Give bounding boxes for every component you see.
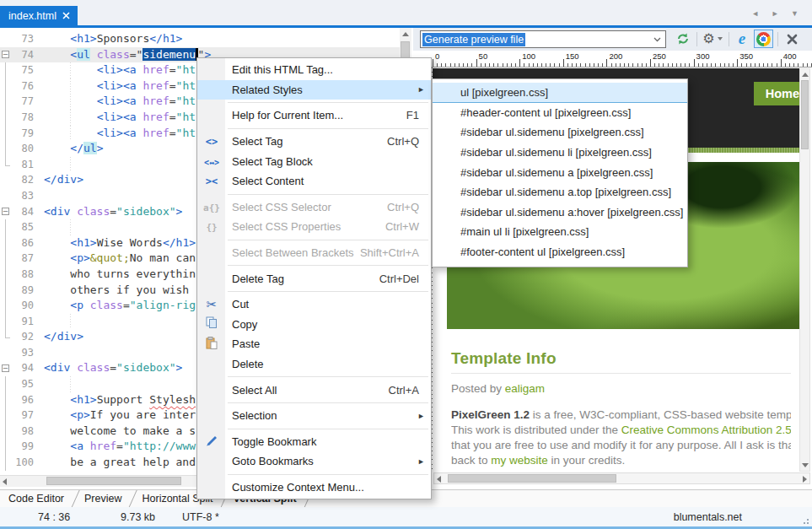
submenu-arrow-icon: ► xyxy=(417,412,425,420)
scroll-left-arrow-icon[interactable] xyxy=(3,478,7,485)
css-selector-icon: a{} xyxy=(202,201,222,213)
bookmark-icon xyxy=(202,435,222,449)
menu-item-related-styles[interactable]: Related Styles► xyxy=(197,80,431,100)
menu-item-shortcut: Shift+Ctrl+A xyxy=(360,246,419,259)
site-home-link[interactable]: Home xyxy=(754,82,799,105)
app-window: index.html ◄ ► ▼ 73 <h1>Sponsors</h1>–74… xyxy=(0,0,812,529)
menu-item-select-tag[interactable]: <>Select TagCtrl+Q xyxy=(197,132,431,152)
preview-mode-combobox[interactable]: Generate preview file xyxy=(420,30,666,48)
related-style-option-header-content-ul-pixelgreen-css[interactable]: #header-content ul [pixelgreen.css] xyxy=(433,103,687,123)
menu-item-copy[interactable]: Copy xyxy=(197,315,431,335)
fold-toggle-icon[interactable]: – xyxy=(0,47,12,63)
scroll-up-arrow-icon[interactable] xyxy=(802,73,809,77)
tab-close-icon[interactable] xyxy=(62,12,70,19)
related-style-option-main-ul-li-pixelgreen-css[interactable]: #main ul li [pixelgreen.css] xyxy=(433,222,687,242)
site-link[interactable]: Creative Commons Attribution 2.5 License… xyxy=(621,424,791,436)
menu-item-delete[interactable]: Delete xyxy=(197,354,431,375)
related-style-option-sidebar-ul-sidemenu-a-hover-pixelgreen-css[interactable]: #sidebar ul.sidemenu a:hover [pixelgreen… xyxy=(433,202,687,223)
bold-text: PixelGreen 1.2 xyxy=(451,408,530,421)
code-line-text: <h1>Wise Words</h1> xyxy=(37,235,196,251)
fold-gutter xyxy=(0,298,12,314)
menu-item-paste[interactable]: Paste xyxy=(197,334,431,354)
combobox-chevron-icon[interactable] xyxy=(650,33,664,46)
view-tab-code-editor[interactable]: Code Editor xyxy=(0,490,76,507)
menu-item-goto-bookmarks[interactable]: Goto Bookmarks► xyxy=(197,451,431,472)
preview-vscroll-thumb[interactable] xyxy=(801,80,809,149)
menu-item-select-content[interactable]: ><Select Content xyxy=(197,171,431,192)
menu-separator xyxy=(197,126,431,132)
menu-item-help-for-current-item[interactable]: Help for Current Item...F1 xyxy=(197,105,431,126)
menu-separator xyxy=(197,289,431,294)
open-in-internet-explorer-button[interactable]: e xyxy=(732,30,752,48)
menu-item-select-all[interactable]: Select AllCtrl+A xyxy=(197,380,431,400)
line-number: 74 xyxy=(12,47,37,63)
site-link[interactable]: ealigam xyxy=(505,382,545,395)
editor-hscroll-thumb[interactable] xyxy=(46,477,181,485)
line-number: 89 xyxy=(12,283,37,299)
fold-toggle-icon[interactable]: – xyxy=(0,360,12,376)
scroll-down-arrow-icon[interactable] xyxy=(802,463,809,467)
internet-explorer-icon: e xyxy=(739,31,745,46)
fold-gutter xyxy=(0,424,12,440)
preview-settings-button[interactable]: ⚙ xyxy=(700,30,725,48)
related-style-option-footer-content-ul-pixelgreen-css[interactable]: #footer-content ul [pixelgreen.css] xyxy=(433,242,687,262)
submenu-arrow-icon: ► xyxy=(417,85,425,94)
menu-item-toggle-bookmark[interactable]: Toggle Bookmark xyxy=(197,432,431,452)
menu-item-label: Cut xyxy=(232,298,249,310)
preview-horizontal-scrollbar[interactable] xyxy=(433,472,810,484)
file-size: 9.73 kb xyxy=(121,511,155,523)
open-in-chrome-button[interactable] xyxy=(754,30,773,48)
view-tab-preview[interactable]: Preview xyxy=(76,490,133,507)
select-content-icon: >< xyxy=(202,175,222,187)
site-link[interactable]: my website xyxy=(491,454,548,467)
menu-item-customize-context-menu[interactable]: Customize Context Menu... xyxy=(197,478,431,498)
code-line-text xyxy=(37,376,44,392)
scroll-up-arrow-icon[interactable] xyxy=(402,32,409,36)
line-number: 95 xyxy=(12,376,37,392)
related-style-option-sidebar-ul-sidemenu-li-pixelgreen-css[interactable]: #sidebar ul.sidemenu li [pixelgreen.css] xyxy=(433,143,687,163)
menu-item-cut[interactable]: ✂Cut xyxy=(197,294,431,315)
fold-gutter xyxy=(0,392,12,408)
menu-item-select-css-properties: {}Select CSS PropertiesCtrl+W xyxy=(197,217,431,237)
related-style-option-sidebar-ul-sidemenu-a-pixelgreen-css[interactable]: #sidebar ul.sidemenu a [pixelgreen.css] xyxy=(433,162,687,182)
menu-item-selection[interactable]: Selection► xyxy=(197,406,431,426)
code-line-text: <div class="sidebox"> xyxy=(37,204,182,220)
scroll-right-arrow-icon[interactable] xyxy=(803,476,807,483)
line-number: 73 xyxy=(12,31,37,47)
code-line-text: others if you wish xyxy=(37,283,189,299)
select-tag-icon: <> xyxy=(202,135,222,148)
related-style-option-sidebar-ul-sidemenu-a-top-pixelgreen-css[interactable]: #sidebar ul.sidemenu a.top [pixelgreen.c… xyxy=(433,182,687,202)
related-style-option-sidebar-ul-sidemenu-pixelgreen-css[interactable]: #sidebar ul.sidemenu [pixelgreen.css] xyxy=(433,122,687,143)
menu-item-label: Select Tag Block xyxy=(232,155,313,168)
submenu-arrow-icon: ► xyxy=(417,457,425,466)
preview-hscroll-thumb[interactable] xyxy=(448,474,616,483)
fold-gutter xyxy=(0,62,12,78)
code-line-text: </ul> xyxy=(37,141,103,157)
ruler-number: 100 xyxy=(522,51,535,61)
fold-gutter xyxy=(0,126,12,142)
caret-position: 74 : 36 xyxy=(38,511,70,523)
fold-toggle-icon[interactable]: – xyxy=(0,204,12,220)
fold-gutter xyxy=(0,235,12,251)
code-line-73[interactable]: 73 <h1>Sponsors</h1> xyxy=(0,31,400,47)
resize-grip[interactable] xyxy=(801,516,809,525)
related-style-option-ul-pixelgreen-css[interactable]: ul [pixelgreen.css] xyxy=(433,83,687,103)
menu-item-select-tag-block[interactable]: <↔>Select Tag Block xyxy=(197,151,431,171)
tab-index-html[interactable]: index.html xyxy=(0,6,78,25)
menu-item-label: Select CSS Selector xyxy=(232,201,331,213)
preview-vertical-scrollbar[interactable] xyxy=(799,68,810,472)
close-preview-button[interactable] xyxy=(782,30,802,48)
refresh-preview-button[interactable] xyxy=(673,30,693,48)
menu-separator xyxy=(197,472,431,478)
tab-scroll-arrows[interactable]: ◄ ► ▼ xyxy=(751,9,804,18)
code-line-text: be a great help and xyxy=(37,455,196,471)
code-line-text: <h1>Support Stylesh xyxy=(37,392,196,408)
line-number: 77 xyxy=(12,94,37,110)
template-info-heading: Template Info xyxy=(451,349,791,374)
menu-item-label: Selection xyxy=(232,409,277,422)
menu-item-edit-this-html-tag[interactable]: Edit this HTML Tag... xyxy=(197,60,431,80)
line-number: 80 xyxy=(12,141,37,157)
menu-item-delete-tag[interactable]: Delete TagCtrl+Del xyxy=(197,268,431,289)
menu-separator xyxy=(197,400,431,406)
scroll-left-arrow-icon[interactable] xyxy=(437,476,441,483)
